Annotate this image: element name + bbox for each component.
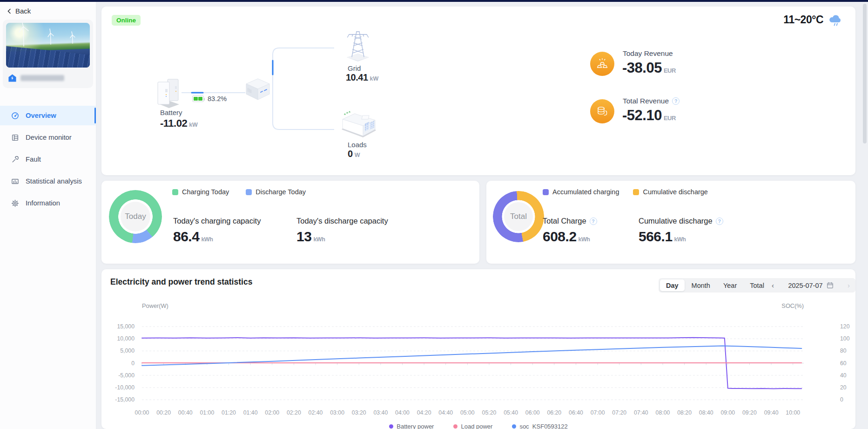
battery-level-icon <box>192 95 204 102</box>
sidebar-item-label: Information <box>26 199 60 207</box>
svg-text:80: 80 <box>840 347 847 354</box>
tab-month[interactable]: Month <box>686 279 716 291</box>
cumulative-discharge-value: 566.1kWh <box>639 229 686 245</box>
range-tabs: Day Month Year Total <box>659 278 772 293</box>
sidebar-item-overview[interactable]: Overview <box>0 106 96 125</box>
svg-text:00:20: 00:20 <box>156 409 171 416</box>
svg-text:08:40: 08:40 <box>699 409 713 416</box>
legend-item-charging-today[interactable]: Charging Today <box>172 188 229 196</box>
battery-soc: 83.2% <box>208 95 227 102</box>
date-navigator: ‹ 2025-07-07 › <box>766 278 855 293</box>
page-scrollbar[interactable] <box>863 4 867 143</box>
station-name-redacted <box>20 75 64 81</box>
sidebar-nav: Overview Device monitor Fault Statistica… <box>0 106 96 213</box>
cumulative-discharge-label: Cumulative discharge? <box>639 217 723 225</box>
station-name-row <box>6 74 90 82</box>
tab-year[interactable]: Year <box>717 279 743 291</box>
help-icon[interactable]: ? <box>672 97 680 105</box>
help-icon[interactable]: ? <box>716 218 723 225</box>
sidebar-item-statistical-analysis[interactable]: Statistical analysis <box>0 171 96 191</box>
back-chevron-icon <box>7 8 12 14</box>
svg-text:10:00: 10:00 <box>786 409 800 416</box>
svg-text:5,000: 5,000 <box>120 347 135 354</box>
sidebar: Back Overview <box>0 2 96 429</box>
svg-text:06:20: 06:20 <box>547 409 561 416</box>
sidebar-item-device-monitor[interactable]: Device monitor <box>0 128 96 147</box>
sidebar-item-label: Statistical analysis <box>26 177 82 185</box>
prev-date-button[interactable]: ‹ <box>772 282 774 289</box>
svg-text:40: 40 <box>840 372 847 379</box>
back-button[interactable]: Back <box>0 2 96 18</box>
legend-item-load-power[interactable]: Load power <box>453 423 492 429</box>
today-capacity-card: Today Charging Today Discharge Today Tod… <box>101 181 479 264</box>
legend-item-accumulated-charging[interactable]: Accumulated charging <box>543 188 619 196</box>
sidebar-item-label: Fault <box>26 156 41 163</box>
legend-swatch <box>246 189 252 195</box>
station-photo <box>6 23 90 68</box>
grid-power: 10.41kW <box>346 72 378 83</box>
total-donut-center: Total <box>504 202 533 231</box>
svg-text:03:40: 03:40 <box>374 409 388 416</box>
temperature-range: 11~20°C <box>783 14 823 26</box>
svg-text:0: 0 <box>840 396 843 403</box>
svg-text:20: 20 <box>840 384 847 391</box>
sidebar-item-label: Overview <box>26 112 56 119</box>
date-picker[interactable]: 2025-07-07 <box>788 282 833 289</box>
sidebar-item-information[interactable]: Information <box>0 193 96 213</box>
power-trend-chart[interactable]: Power(W)SOC(%)15,00010,0005,0000-5,000-1… <box>101 298 855 429</box>
svg-text:03:20: 03:20 <box>352 409 366 416</box>
trend-title: Electricity and power trend statistics <box>110 277 252 287</box>
svg-text:04:20: 04:20 <box>417 409 431 416</box>
wind-turbines-graphic <box>6 23 89 68</box>
overview-card: Online 11~20°C 83.2% Battery - <box>101 7 855 175</box>
battery-cabinets-icon <box>155 76 181 109</box>
charging-capacity-label: Today's charging capacity <box>173 217 261 225</box>
home-icon <box>8 74 17 82</box>
legend-item-discharge-today[interactable]: Discharge Today <box>246 188 306 196</box>
legend-swatch <box>172 189 178 195</box>
device-list-icon <box>11 134 19 142</box>
sidebar-item-fault[interactable]: Fault <box>0 150 96 169</box>
svg-text:07:20: 07:20 <box>612 409 626 416</box>
svg-text:0: 0 <box>131 360 135 367</box>
top-accent-bar <box>0 0 868 2</box>
svg-text:01:00: 01:00 <box>200 409 215 416</box>
svg-text:05:00: 05:00 <box>460 409 475 416</box>
svg-text:02:20: 02:20 <box>287 409 301 416</box>
total-capacity-card: Total Accumulated charging Cumulative di… <box>486 181 855 264</box>
total-revenue-value: -52.10EUR <box>622 107 676 124</box>
grid-tower-icon <box>342 27 374 62</box>
help-icon[interactable]: ? <box>590 218 597 225</box>
legend-item-soc[interactable]: soc_KSF0593122 <box>512 423 567 429</box>
gold-bars-icon <box>590 52 614 76</box>
next-date-button[interactable]: › <box>848 282 850 289</box>
svg-text:04:00: 04:00 <box>395 409 410 416</box>
svg-text:07:40: 07:40 <box>634 409 648 416</box>
grid-label: Grid <box>348 64 361 72</box>
weather-widget: 11~20°C <box>783 13 843 27</box>
chart-legend: Battery power Load power soc_KSF0593122 <box>101 423 855 429</box>
total-revenue-label: Total Revenue? <box>623 97 680 105</box>
back-label: Back <box>15 7 31 15</box>
gear-icon <box>11 199 19 207</box>
legend-item-cumulative-discharge[interactable]: Cumulative discharge <box>633 188 707 196</box>
svg-text:60: 60 <box>840 360 847 367</box>
tab-day[interactable]: Day <box>660 279 685 291</box>
svg-text:00:00: 00:00 <box>135 409 149 416</box>
coins-icon <box>590 99 614 123</box>
legend-item-battery-power[interactable]: Battery power <box>389 423 434 429</box>
today-legend: Charging Today Discharge Today <box>172 188 306 196</box>
battery-power: -11.02kW <box>160 117 198 129</box>
energy-dashboard: Back Overview <box>0 0 868 429</box>
today-revenue-label: Today Revenue <box>623 49 673 58</box>
legend-dot <box>453 424 458 429</box>
bar-chart-icon <box>11 177 19 185</box>
svg-text:09:40: 09:40 <box>764 409 779 416</box>
loads-label: Loads <box>348 141 367 149</box>
svg-text:09:20: 09:20 <box>742 409 757 416</box>
total-legend: Accumulated charging Cumulative discharg… <box>543 188 708 196</box>
svg-text:03:00: 03:00 <box>330 409 344 416</box>
sidebar-item-label: Device monitor <box>26 134 72 141</box>
legend-dot <box>512 424 516 429</box>
total-charge-value: 608.2kWh <box>543 229 590 245</box>
